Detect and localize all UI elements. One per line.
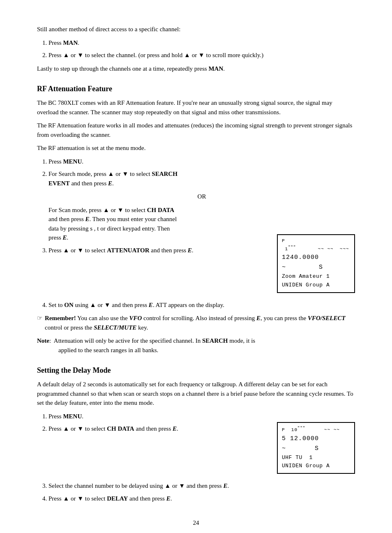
remember-icon: ☞ bbox=[37, 314, 42, 332]
display2-row1: P 10""" ~~ ~~ bbox=[282, 425, 350, 434]
or-text: OR bbox=[48, 192, 355, 201]
ch-data-bold-1: CH DATA bbox=[147, 207, 175, 213]
intro-step-2: Press ▲ or ▼ to select the channel. (or … bbox=[48, 51, 355, 60]
man-bold-1: MAN bbox=[63, 39, 78, 46]
rf-step-4: Set to ON using ▲ or ▼ and then press E.… bbox=[48, 300, 355, 310]
display1-row2: 1240.0000 ~ S bbox=[282, 253, 350, 272]
e-bold-4: E bbox=[188, 247, 192, 254]
search-bold-note: SEARCH bbox=[202, 337, 228, 344]
delay-step-3: Select the channel number to be delayed … bbox=[48, 481, 355, 491]
e-bold-8: E bbox=[223, 482, 227, 489]
man-bold-2: MAN bbox=[208, 65, 223, 72]
attenuator-bold: ATTENUATOR bbox=[107, 247, 149, 254]
rf-step-1: Press MENU. bbox=[48, 157, 355, 166]
display-box-1: P 1""" ~~ ~~ ~~~ 1240.0000 ~ S Zoom Amat… bbox=[277, 234, 355, 293]
e-bold-7: E bbox=[173, 425, 177, 432]
rf-para3: The RF attenuation is set at the menu mo… bbox=[37, 143, 355, 153]
intro-steps: Press MAN. Press ▲ or ▼ to select the ch… bbox=[48, 38, 355, 60]
remember-block: ☞ Remember! You can also use the VFO con… bbox=[37, 314, 355, 332]
delay-step-2: Press ▲ or ▼ to select CH DATA and then … bbox=[48, 424, 355, 478]
note-block: Note: Attenuation will only be active fo… bbox=[37, 336, 355, 355]
vfo-bold-1: VFO bbox=[129, 315, 142, 321]
e-bold-6: E bbox=[256, 315, 261, 321]
e-bold-1: E bbox=[108, 180, 112, 187]
intro-paragraph: Still another method of direct access to… bbox=[37, 25, 355, 34]
delay-bold: DELAY bbox=[107, 495, 128, 502]
ch-data-bold-2: CH DATA bbox=[107, 425, 134, 432]
note-label: Note bbox=[37, 337, 49, 344]
delay-section-heading: Setting the Delay Mode bbox=[37, 366, 355, 375]
intro-step-1: Press MAN. bbox=[48, 38, 355, 48]
rf-step-3: P 1""" ~~ ~~ ~~~ 1240.0000 ~ S Zoom Amat… bbox=[48, 246, 355, 297]
menu-bold-1: MENU bbox=[63, 158, 82, 165]
display2-row4: UNIDEN Group A bbox=[282, 462, 350, 471]
display-box-2: P 10""" ~~ ~~ 5 12.0000 ~ S UHF TU 1 UNI… bbox=[277, 422, 355, 474]
e-bold-2: E bbox=[85, 216, 90, 222]
on-bold: ON bbox=[64, 302, 74, 308]
display1-row1: P 1""" ~~ ~~ ~~~ bbox=[282, 238, 350, 253]
display1-row3: Zoom Amateur 1 bbox=[282, 272, 350, 281]
rf-para2: The RF Attenuation feature works in all … bbox=[37, 121, 355, 139]
vfo-select-bold: VFO/SELECT bbox=[308, 315, 346, 321]
rf-para1: The BC 780XLT comes with an RF Attenuati… bbox=[37, 98, 355, 117]
rf-step-2: For Search mode, press ▲ or ▼ to select … bbox=[48, 169, 355, 242]
delay-steps: Press MENU. Press ▲ or ▼ to select CH DA… bbox=[48, 412, 355, 503]
lastly-paragraph: Lastly to step up through the channels o… bbox=[37, 64, 355, 74]
menu-bold-2: MENU bbox=[63, 413, 82, 420]
delay-step-1: Press MENU. bbox=[48, 412, 355, 421]
remember-text: Remember! You can also use the VFO contr… bbox=[45, 314, 355, 332]
display2-row2: 5 12.0000 ~ S bbox=[282, 434, 350, 454]
search-event-bold: SEARCHEVENT bbox=[48, 171, 178, 187]
delay-para1: A default delay of 2 seconds is automati… bbox=[37, 380, 355, 408]
e-bold-3: E bbox=[63, 234, 67, 241]
page-content: Still another method of direct access to… bbox=[37, 25, 355, 526]
delay-step2-text: Press ▲ or ▼ to select CH DATA and then … bbox=[48, 424, 178, 434]
page-number: 24 bbox=[37, 519, 355, 526]
note-indent: applied to the search ranges in all bank… bbox=[58, 346, 355, 355]
select-mute-bold: SELECT/MUTE bbox=[94, 324, 136, 331]
remember-label: Remember! bbox=[45, 315, 76, 321]
display2-row3: UHF TU 1 bbox=[282, 454, 350, 462]
display1-row4: UNIDEN Group A bbox=[282, 281, 350, 290]
e-bold-9: E bbox=[166, 495, 171, 502]
rf-steps: Press MENU. For Search mode, press ▲ or … bbox=[48, 157, 355, 310]
e-bold-5: E bbox=[149, 302, 153, 308]
delay-step-4: Press ▲ or ▼ to select DELAY and then pr… bbox=[48, 494, 355, 503]
rf-section-heading: RF Attenuation Feature bbox=[37, 85, 355, 93]
